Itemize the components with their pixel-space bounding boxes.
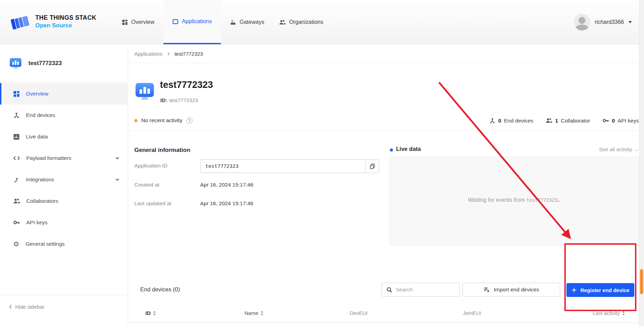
live-data-heading: Live data bbox=[396, 146, 421, 152]
sidebar-item-label: Collaborators bbox=[26, 198, 58, 204]
brand-line2: Open Source bbox=[35, 22, 96, 29]
column-label: DevEUI bbox=[350, 310, 368, 316]
sidebar-item-integrations[interactable]: Integrations bbox=[0, 169, 128, 190]
chevron-down-icon bbox=[115, 177, 120, 182]
warning-dot-icon bbox=[134, 119, 137, 122]
breadcrumb-current: test7772323 bbox=[175, 51, 203, 57]
gear-icon: ⚙ bbox=[13, 241, 19, 247]
import-end-devices-button[interactable]: Import end devices bbox=[463, 283, 560, 297]
key-icon bbox=[13, 219, 20, 226]
sort-icon bbox=[622, 311, 625, 315]
people-icon bbox=[279, 19, 286, 26]
see-all-activity-link[interactable]: See all activity → bbox=[599, 146, 639, 152]
sidebar-item-label: Payload formatters bbox=[26, 155, 71, 161]
sort-icon bbox=[261, 311, 263, 315]
avatar bbox=[574, 14, 590, 30]
counter-value: 0 bbox=[612, 118, 615, 124]
counter-label: API keys bbox=[618, 118, 639, 124]
column-header-name[interactable]: Name bbox=[244, 310, 263, 316]
sidebar-item-label: General settings bbox=[26, 241, 65, 247]
sidebar-item-general-settings[interactable]: ⚙ General settings bbox=[0, 233, 128, 255]
nav-gateways-label: Gateways bbox=[240, 19, 264, 25]
application-id-input[interactable] bbox=[200, 160, 365, 173]
copy-button[interactable] bbox=[365, 160, 379, 173]
divider bbox=[0, 82, 128, 83]
chevron-left-icon bbox=[9, 305, 12, 309]
column-label: ID bbox=[145, 310, 151, 316]
application-id-field-group bbox=[200, 159, 379, 173]
user-menu[interactable]: richard3366 bbox=[574, 0, 632, 44]
counter-value: 1 bbox=[555, 118, 558, 124]
general-information-heading: General information bbox=[134, 147, 190, 154]
search-field bbox=[382, 283, 460, 297]
sidebar-item-live-data[interactable]: Live data bbox=[0, 126, 128, 147]
column-header-last-activity[interactable]: Last activity bbox=[593, 310, 625, 316]
activity-status-text: No recent activity bbox=[141, 117, 182, 124]
scrollbar-thumb[interactable] bbox=[640, 269, 643, 294]
top-navigation-bar: THE THINGS STACK Open Source Overview Ap… bbox=[0, 0, 644, 44]
username: richard3366 bbox=[595, 19, 624, 25]
hide-sidebar-label: Hide sidebar bbox=[15, 304, 44, 310]
brand-line1: THE THINGS STACK bbox=[35, 14, 96, 22]
counter-label: End devices bbox=[504, 118, 533, 124]
updated-at-value: Apr 16, 2024 15:17:46 bbox=[200, 200, 253, 207]
updated-at-label: Last updated at bbox=[134, 200, 171, 207]
waiting-prefix: Waiting for events from bbox=[468, 197, 526, 203]
waiting-for-events-text: Waiting for events from test7772323… bbox=[390, 197, 638, 203]
divider bbox=[128, 323, 639, 323]
nav-overview[interactable]: Overview bbox=[122, 0, 154, 44]
sidebar-menu: Overview End devices Live data Payload f… bbox=[0, 83, 128, 255]
help-icon[interactable]: ? bbox=[186, 117, 193, 124]
people-icon bbox=[13, 198, 20, 205]
sidebar-item-label: Live data bbox=[26, 134, 48, 140]
hide-sidebar-button[interactable]: Hide sidebar bbox=[9, 304, 44, 310]
integration-arrow-icon bbox=[13, 176, 20, 183]
breadcrumb-applications[interactable]: Applications bbox=[134, 51, 162, 57]
device-node-icon bbox=[489, 118, 495, 124]
counter-value: 0 bbox=[498, 118, 501, 124]
import-label: Import end devices bbox=[494, 287, 539, 293]
nav-overview-label: Overview bbox=[131, 19, 154, 25]
brand-text: THE THINGS STACK Open Source bbox=[35, 14, 96, 29]
page-title: test7772323 bbox=[160, 80, 213, 90]
sidebar-item-label: Overview bbox=[26, 91, 48, 97]
live-data-panel: Waiting for events from test7772323… bbox=[390, 157, 639, 246]
sidebar-item-end-devices[interactable]: End devices bbox=[0, 105, 128, 126]
key-icon bbox=[602, 117, 609, 124]
divider bbox=[128, 130, 639, 131]
created-at-label: Created at bbox=[134, 182, 159, 188]
nav-applications[interactable]: Applications bbox=[163, 0, 221, 44]
sidebar-item-payload-formatters[interactable]: Payload formatters bbox=[0, 147, 128, 169]
sidebar-app-header[interactable]: test7772323 bbox=[9, 57, 62, 70]
chevron-down-icon bbox=[115, 156, 120, 161]
column-header-id[interactable]: ID bbox=[145, 310, 156, 316]
bar-chart-icon bbox=[13, 134, 20, 140]
breadcrumb: Applications test7772323 bbox=[134, 51, 203, 57]
caret-down-icon bbox=[628, 21, 632, 23]
nav-applications-label: Applications bbox=[182, 18, 212, 25]
column-label: Name bbox=[244, 310, 258, 316]
api-keys-counter[interactable]: 0 API keys bbox=[602, 117, 639, 124]
register-label: Register end device bbox=[580, 287, 629, 293]
entity-counters: 0 End devices 1 Collaborator 0 API keys bbox=[489, 117, 639, 124]
plus-icon bbox=[571, 287, 577, 293]
sidebar-item-label: API keys bbox=[26, 219, 47, 226]
sidebar-item-api-keys[interactable]: API keys bbox=[0, 212, 128, 233]
nav-organizations-label: Organizations bbox=[289, 19, 323, 25]
nav-gateways[interactable]: Gateways bbox=[230, 0, 264, 44]
code-icon bbox=[13, 155, 20, 162]
device-node-icon bbox=[13, 112, 20, 119]
sidebar: test7772323 Overview End devices Live da… bbox=[0, 44, 128, 326]
sidebar-item-overview[interactable]: Overview bbox=[0, 83, 128, 105]
end-devices-heading: End devices (0) bbox=[140, 286, 180, 293]
waiting-app-id: test7772323… bbox=[526, 197, 560, 203]
sidebar-item-collaborators[interactable]: Collaborators bbox=[0, 190, 128, 212]
end-devices-counter[interactable]: 0 End devices bbox=[489, 118, 533, 124]
collaborators-counter[interactable]: 1 Collaborator bbox=[546, 117, 590, 124]
nav-organizations[interactable]: Organizations bbox=[279, 0, 323, 44]
application-icon bbox=[9, 57, 22, 70]
search-input[interactable] bbox=[396, 287, 459, 293]
register-end-device-button[interactable]: Register end device bbox=[566, 283, 634, 297]
annotation-box bbox=[564, 243, 636, 311]
sidebar-app-name: test7772323 bbox=[28, 60, 62, 67]
